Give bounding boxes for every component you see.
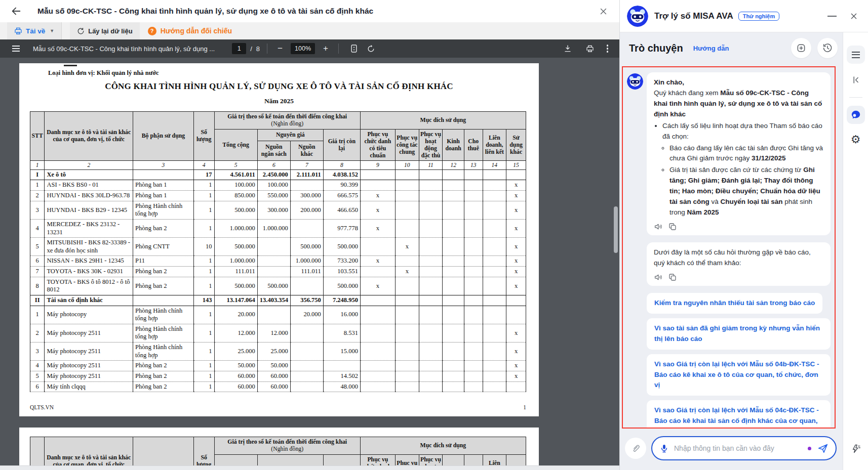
suggestion-chip[interactable]: Vì sao Giá trị còn lại lệch với Mẫu số 0… xyxy=(647,400,831,429)
msg-greeting: Xin chào, xyxy=(654,78,684,86)
hamburger-icon xyxy=(852,52,860,58)
ava-message-avatar xyxy=(627,73,643,90)
pdf-print-button[interactable] xyxy=(586,45,594,53)
strip-divider xyxy=(849,97,862,98)
speaker-icon xyxy=(654,273,663,282)
doc-unit-type: Loại hình đơn vị: Khối quản lý nhà nước xyxy=(48,69,528,77)
col-header-dept: Bộ phận sử dụng xyxy=(133,112,194,161)
copy-button[interactable] xyxy=(668,273,677,282)
trial-badge: Thử nghiệm xyxy=(738,12,780,21)
col-header-p13: Cho thuê xyxy=(464,129,483,161)
col-header-p14: Liên doanh, liên kết xyxy=(483,129,506,161)
zoom-level[interactable]: 100% xyxy=(291,43,315,54)
pdf-menu-button[interactable] xyxy=(12,46,20,52)
col-header-orig-price: Nguyên giá xyxy=(257,129,323,141)
pdf-vertical-scrollbar[interactable] xyxy=(614,206,618,253)
pdf-toolbar: Mẫu số 09c-CK-TSC - Công khai tình hình … xyxy=(0,39,619,58)
col-group-value: Giá trị theo sổ kế toán đến thời điểm cô… xyxy=(214,112,360,130)
col-header-other: Nguồn khác xyxy=(290,141,323,161)
print-icon xyxy=(586,45,594,53)
table-row: 4MERCEDEZ - BKS 23132 - 13231Phòng ban 2… xyxy=(30,219,526,237)
suggestion-chip[interactable]: Vì sao tài sản đã ghi giảm trong kỳ nhưn… xyxy=(647,318,831,350)
col-header-name: Danh mục xe ô tô và tài sản khác của cơ … xyxy=(45,112,133,161)
guide-link-chat[interactable]: Hướng dẫn xyxy=(693,45,729,52)
doc-year: Năm 2025 xyxy=(30,97,528,105)
close-report-button[interactable] xyxy=(596,4,610,18)
printer-icon xyxy=(14,27,22,35)
zap-list-icon xyxy=(851,444,861,454)
table-row: 1ASI - BKS BS0 - 01Phòng ban 11100.00010… xyxy=(30,180,526,191)
copy-icon xyxy=(668,222,677,231)
table-row: 4Máy photocopy 2511Phòng ban 2150.00050.… xyxy=(30,361,526,371)
read-aloud-button[interactable] xyxy=(654,273,663,282)
status-dot xyxy=(808,447,811,450)
assistant-message-1: Xin chào, Quý khách đang xem Mẫu số 09c-… xyxy=(627,72,831,235)
more-options-button[interactable] xyxy=(604,45,612,53)
col-header-qty: Số lượng xyxy=(193,112,214,161)
copy-button[interactable] xyxy=(668,222,677,231)
doc-table-body: 123456789101112131415IXe ô tô174.561.011… xyxy=(30,161,526,392)
history-button[interactable] xyxy=(817,38,838,58)
mic-button[interactable] xyxy=(659,444,669,453)
table-section-row: IITài sản cố định khác14313.147.06413.40… xyxy=(30,295,526,306)
download-button[interactable]: Tải về ▼ xyxy=(7,22,62,39)
page-divider: / xyxy=(250,45,252,53)
col-header-p15: Sử dụng khác xyxy=(506,129,526,161)
message-bubble: Xin chào, Quý khách đang xem Mẫu số 09c-… xyxy=(647,72,831,235)
zoom-out-button[interactable]: − xyxy=(274,44,286,54)
table-row: 6Máy tính clqqqPhòng ban 2160.00060.0004… xyxy=(30,381,526,392)
pdf-download-button[interactable] xyxy=(564,45,572,53)
download-label: Tải về xyxy=(26,27,45,35)
asset-table: STT Danh mục xe ô tô và tài sản khác của… xyxy=(30,111,526,392)
send-button[interactable] xyxy=(817,443,828,454)
suggestion-chip[interactable]: Kiểm tra nguyên nhân thiếu tài sản trong… xyxy=(647,293,822,314)
strip-menu-button[interactable] xyxy=(847,46,865,64)
refresh-icon xyxy=(77,27,85,35)
close-assistant-button[interactable] xyxy=(850,12,858,20)
footer-brand: QLTS.VN xyxy=(30,404,54,410)
chat-input-pill xyxy=(651,436,837,460)
col-header-p11: Phục vụ hoạt động đặc thù xyxy=(419,129,443,161)
footer-page-number: 1 xyxy=(523,404,526,410)
report-actionbar: Tải về ▼ Lấy lại dữ liệu ? Hướng dẫn đối… xyxy=(0,22,619,39)
chat-bubble-icon xyxy=(850,109,861,120)
tab-chat[interactable]: Trò chuyện xyxy=(629,42,683,54)
table-row: 5Máy photocopy 2511Phòng ban 2160.00060.… xyxy=(30,371,526,381)
document-page-1: Loại hình đơn vị: Khối quản lý nhà nước … xyxy=(19,63,539,416)
read-aloud-button[interactable] xyxy=(654,222,663,231)
chat-tab-button[interactable] xyxy=(847,106,865,124)
report-title: Mẫu số 09c-CK-TSC - Công khai tình hình … xyxy=(37,7,596,16)
copy-icon xyxy=(668,273,677,282)
table-row: 3HUYNDAI - BKS B29 - 12345Phòng Hành chí… xyxy=(30,201,526,219)
collapse-left-icon xyxy=(851,75,860,84)
back-button[interactable] xyxy=(9,4,23,18)
rotate-button[interactable] xyxy=(367,45,375,53)
chat-input[interactable] xyxy=(674,444,808,452)
table-row: 6NISSAN - BKS 29H1 - 12345P1111.000.0001… xyxy=(30,256,526,267)
settings-gear-icon[interactable]: ⚙ xyxy=(851,134,861,145)
download-icon xyxy=(564,45,572,53)
p2-col-group-value: Giá trị theo sổ kế toán đến thời điểm cô… xyxy=(214,437,360,455)
attach-button[interactable] xyxy=(625,438,646,459)
zoom-in-button[interactable]: + xyxy=(320,44,331,54)
collapse-panel-button[interactable] xyxy=(847,71,865,89)
pdf-canvas: Loại hình đơn vị: Khối quản lý nhà nước … xyxy=(0,58,619,470)
col-header-budget: Nguồn ngân sách xyxy=(257,141,290,161)
document-page-2-fragment: Danh mục xe ô tô và tài sản khác của cơ … xyxy=(19,428,539,465)
ava-logo-avatar xyxy=(627,6,648,27)
chevron-down-icon: ▼ xyxy=(50,28,54,33)
assistant-header: Trợ lý số MISA AVA Thử nghiệm xyxy=(620,0,868,32)
page-number-input[interactable]: 1 xyxy=(232,43,246,54)
suggestion-chip[interactable]: Vì sao Giá trị còn lại lệch với Mẫu số 0… xyxy=(647,354,831,396)
pdf-horizontal-scrollbar[interactable] xyxy=(0,465,619,470)
col-header-stt: STT xyxy=(30,112,45,161)
quick-actions-button[interactable] xyxy=(851,444,861,456)
new-chat-button[interactable] xyxy=(791,38,811,58)
fit-page-button[interactable] xyxy=(350,44,358,53)
app-window: Mẫu số 09c-CK-TSC - Công khai tình hình … xyxy=(0,0,868,470)
minimize-button[interactable] xyxy=(827,16,837,17)
reload-data-button[interactable]: Lấy lại dữ liệu xyxy=(70,22,139,39)
table-row: 2HUYNDAI - BKS 30LD-963.78Phòng ban 1185… xyxy=(30,191,526,201)
col-header-remaining: Giá trị còn lại xyxy=(323,129,360,161)
guide-link[interactable]: ? Hướng dẫn đối chiếu xyxy=(140,22,240,39)
